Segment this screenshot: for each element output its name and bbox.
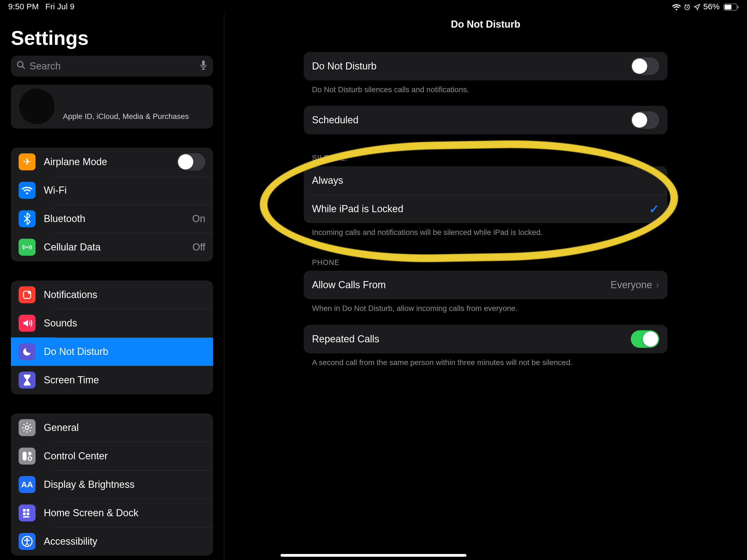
detail-title: Do Not Disturb — [224, 19, 747, 30]
sidebar-item-label: Screen Time — [44, 374, 205, 386]
svg-point-9 — [26, 246, 28, 248]
moon-icon — [19, 343, 35, 360]
settings-sidebar: Settings Search Apple ID, iCloud, Media … — [0, 13, 224, 560]
detail-panel: Do Not Disturb Do Not Disturb Do Not Dis… — [224, 13, 747, 560]
sidebar-item-value: Off — [192, 241, 205, 253]
sidebar-group-attention: Notifications Sounds Do Not Disturb Scre… — [11, 281, 213, 394]
apple-id-subtitle: Apple ID, iCloud, Media & Purchases — [63, 112, 189, 122]
dnd-switch[interactable] — [631, 57, 659, 75]
notifications-icon — [19, 286, 35, 303]
row-label: Always — [312, 175, 659, 186]
checkmark-icon: ✓ — [649, 202, 659, 216]
sidebar-item-display[interactable]: AA Display & Brightness — [11, 470, 213, 499]
airplane-icon: ✈︎ — [19, 153, 35, 170]
row-value: Everyone — [611, 279, 652, 291]
sidebar-item-label: Wi-Fi — [44, 184, 205, 196]
sidebar-item-label: Airplane Mode — [44, 156, 177, 168]
sidebar-item-label: Sounds — [44, 317, 205, 329]
sidebar-item-label: General — [44, 422, 205, 433]
section-footer: Do Not Disturb silences calls and notifi… — [304, 80, 667, 95]
section-footer: A second call from the same person withi… — [304, 353, 667, 368]
gear-icon — [19, 419, 35, 436]
dictate-icon[interactable] — [199, 60, 208, 73]
sidebar-item-screentime[interactable]: Screen Time — [11, 366, 213, 394]
row-label: Scheduled — [312, 114, 631, 126]
sidebar-item-control-center[interactable]: Control Center — [11, 442, 213, 470]
svg-rect-20 — [23, 516, 29, 518]
sidebar-item-label: Do Not Disturb — [44, 346, 205, 357]
home-indicator[interactable] — [281, 554, 466, 557]
svg-rect-17 — [27, 509, 29, 512]
scheduled-switch[interactable] — [631, 111, 659, 129]
avatar — [19, 88, 55, 124]
bluetooth-icon — [19, 210, 35, 227]
svg-point-12 — [25, 426, 29, 430]
wifi-icon — [19, 182, 35, 199]
svg-rect-19 — [27, 512, 29, 515]
row-label: Repeated Calls — [312, 333, 631, 345]
airplane-switch[interactable] — [177, 153, 205, 171]
hourglass-icon — [19, 372, 35, 388]
sidebar-item-label: Display & Brightness — [44, 479, 205, 490]
chevron-right-icon: › — [656, 279, 659, 291]
sidebar-item-label: Control Center — [44, 450, 205, 462]
silence-always-row[interactable]: Always — [304, 166, 667, 195]
sidebar-item-general[interactable]: General — [11, 413, 213, 442]
sidebar-item-value: On — [192, 213, 205, 225]
apple-id-row[interactable]: Apple ID, iCloud, Media & Purchases — [11, 85, 213, 128]
sidebar-item-label: Cellular Data — [44, 241, 192, 253]
cellular-icon — [19, 239, 35, 256]
sidebar-item-notifications[interactable]: Notifications — [11, 281, 213, 309]
sidebar-item-sounds[interactable]: Sounds — [11, 309, 213, 337]
svg-point-14 — [28, 452, 32, 455]
row-label: Allow Calls From — [312, 279, 611, 291]
search-input[interactable]: Search — [11, 56, 213, 77]
dnd-toggle-row[interactable]: Do Not Disturb — [304, 52, 667, 80]
sidebar-item-accessibility[interactable]: Accessibility — [11, 527, 213, 556]
search-icon — [17, 60, 26, 72]
sidebar-item-wifi[interactable]: Wi-Fi — [11, 176, 213, 205]
sidebar-item-label: Bluetooth — [44, 213, 192, 225]
home-screen-icon — [19, 505, 35, 521]
sidebar-item-airplane[interactable]: ✈︎ Airplane Mode — [11, 148, 213, 176]
svg-rect-6 — [202, 60, 205, 66]
silence-locked-row[interactable]: While iPad is Locked ✓ — [304, 195, 667, 223]
section-header: PHONE — [304, 258, 667, 271]
svg-rect-13 — [23, 452, 27, 461]
sidebar-group-connectivity: ✈︎ Airplane Mode Wi-Fi Bluetooth On — [11, 148, 213, 261]
svg-point-15 — [28, 457, 32, 460]
sidebar-item-bluetooth[interactable]: Bluetooth On — [11, 205, 213, 233]
search-placeholder: Search — [29, 60, 199, 72]
page-title: Settings — [11, 27, 213, 49]
section-header: SILENCE: — [304, 154, 667, 166]
scheduled-row[interactable]: Scheduled — [304, 106, 667, 134]
sidebar-item-label: Accessibility — [44, 536, 205, 547]
display-icon: AA — [19, 476, 35, 493]
sidebar-item-home-screen[interactable]: Home Screen & Dock — [11, 499, 213, 527]
section-footer: Incoming calls and notifications will be… — [304, 223, 667, 238]
control-center-icon — [19, 448, 35, 464]
svg-point-22 — [26, 538, 28, 540]
svg-point-11 — [28, 291, 31, 294]
repeated-calls-row[interactable]: Repeated Calls — [304, 325, 667, 353]
sidebar-item-dnd[interactable]: Do Not Disturb — [11, 337, 213, 366]
section-footer: When in Do Not Disturb, allow incoming c… — [304, 299, 667, 314]
allow-calls-row[interactable]: Allow Calls From Everyone › — [304, 271, 667, 299]
sidebar-item-cellular[interactable]: Cellular Data Off — [11, 233, 213, 261]
accessibility-icon — [19, 533, 35, 550]
svg-rect-18 — [23, 512, 26, 515]
sounds-icon — [19, 315, 35, 332]
sidebar-group-general: General Control Center AA Display & Brig… — [11, 413, 213, 556]
row-label: Do Not Disturb — [312, 60, 631, 72]
row-label: While iPad is Locked — [312, 203, 649, 215]
repeated-switch[interactable] — [631, 330, 659, 348]
svg-rect-16 — [23, 509, 26, 512]
sidebar-item-label: Home Screen & Dock — [44, 507, 205, 519]
svg-line-5 — [22, 66, 25, 69]
sidebar-item-label: Notifications — [44, 289, 205, 301]
